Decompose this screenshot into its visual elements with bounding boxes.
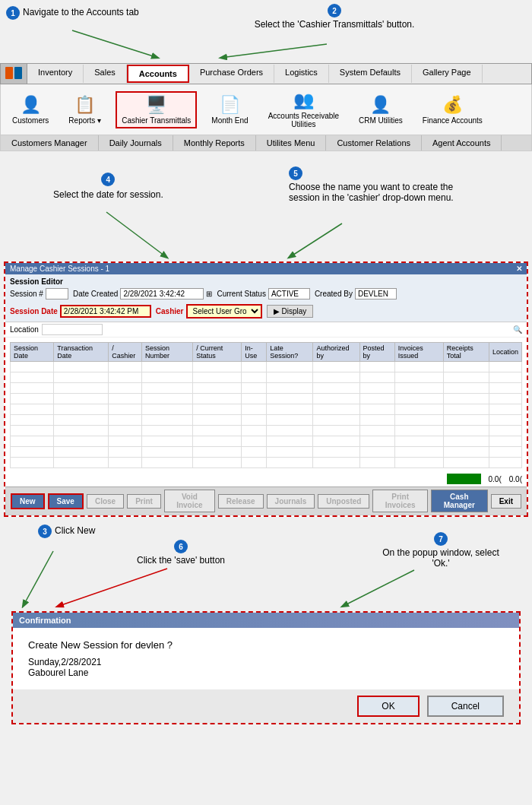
col-invoices-issued[interactable]: Invoices Issued: [394, 343, 443, 362]
session-date-input[interactable]: [60, 305, 151, 318]
toolbar-customers-label: Customers: [12, 116, 49, 125]
cash-manager-button[interactable]: Cash Manager: [431, 490, 488, 512]
toolbar-customers[interactable]: 👤 Customers: [7, 92, 54, 128]
am-pm-indicator: ⊞: [206, 290, 212, 298]
nav-tab-inventory[interactable]: Inventory: [27, 65, 84, 83]
toolbar-month-end-label: Month End: [211, 116, 248, 125]
toolbar-cashier-transmittals[interactable]: 🖥️ Cashier Transmittals: [116, 91, 197, 128]
col-cashier-slash[interactable]: / Cashier: [109, 343, 142, 362]
submenu-daily-journals[interactable]: Daily Journals: [99, 135, 173, 151]
created-by-input[interactable]: [355, 288, 397, 299]
nav-tab-logistics[interactable]: Logistics: [274, 65, 329, 83]
svg-line-0: [72, 30, 158, 58]
session-row: Session # Date Created ⊞ Current Status …: [10, 288, 522, 319]
dialog-cancel-button[interactable]: Cancel: [427, 696, 504, 717]
print-invoices-button[interactable]: Print Invoices: [372, 490, 428, 512]
step-6-circle: 6: [174, 540, 188, 553]
svg-line-6: [23, 551, 53, 607]
table-row: [11, 394, 522, 404]
svg-line-4: [106, 212, 167, 258]
col-transaction-date[interactable]: Transaction Date: [54, 343, 109, 362]
dialog-title: Confirmation: [19, 616, 71, 625]
step-2-label: Select the 'Cashier Transmittals' button…: [251, 19, 418, 30]
nav-tab-gallery-page[interactable]: Gallery Page: [412, 65, 483, 83]
toolbar-finance-accounts[interactable]: 💰 Finance Accounts: [417, 92, 488, 128]
nav-tab-system-defaults[interactable]: System Defaults: [329, 65, 412, 83]
step-3-label: Click New: [55, 525, 95, 536]
submenu-customers-manager[interactable]: Customers Manager: [1, 135, 99, 151]
new-button[interactable]: New: [11, 493, 45, 509]
location-input[interactable]: [42, 324, 103, 335]
footer-toolbar: New Save Close Print Void Invoice Releas…: [5, 486, 527, 515]
col-session-date[interactable]: Session Date: [11, 343, 54, 362]
dialog-wrapper: Confirmation Create New Session for devl…: [11, 611, 521, 724]
green-bar: [447, 474, 481, 484]
session-editor: Session Editor Session # Date Created ⊞ …: [5, 274, 527, 322]
submenu-customer-relations[interactable]: Customer Relations: [326, 135, 422, 151]
search-icon[interactable]: 🔍: [513, 325, 522, 334]
dialog-detail-line1: Sunday,2/28/2021: [28, 657, 504, 667]
status-field: Current Status: [217, 288, 309, 299]
print-button[interactable]: Print: [127, 494, 161, 509]
step-5-label: Choose the name you want to create the s…: [289, 182, 456, 203]
session-num-input[interactable]: [46, 288, 68, 299]
nav-bar: Inventory Sales Accounts Purchase Orders…: [0, 63, 532, 84]
session-date-label: Session Date: [10, 307, 58, 315]
exit-button[interactable]: Exit: [491, 494, 521, 509]
cashier-field: Cashier Select User Group>: [156, 304, 262, 319]
total-value-1: 0.0(: [489, 475, 502, 483]
svg-rect-2: [5, 67, 13, 79]
col-posted-by[interactable]: Posted by: [359, 343, 394, 362]
submenu-monthly-reports[interactable]: Monthly Reports: [173, 135, 256, 151]
toolbar-crm-utilities[interactable]: 👤 CRM Utilities: [353, 92, 408, 128]
col-authorized-by[interactable]: Authorized by: [313, 343, 359, 362]
submenu-agent-accounts[interactable]: Agent Accounts: [422, 135, 502, 151]
dialog-body: Create New Session for devlen ? Sunday,2…: [13, 628, 519, 689]
display-button[interactable]: ▶ Display: [267, 305, 314, 318]
nav-tab-purchase-orders[interactable]: Purchase Orders: [189, 65, 274, 83]
col-in-use[interactable]: In-Use: [242, 343, 267, 362]
panel-title-bar: Manage Cashier Sessions - 1 ✕: [5, 263, 527, 274]
close-button[interactable]: Close: [87, 494, 124, 509]
status-input[interactable]: [268, 288, 310, 299]
unposted-button[interactable]: Unposted: [318, 494, 369, 509]
toolbar-reports[interactable]: 📋 Reports ▾: [63, 92, 106, 128]
dialog-ok-button[interactable]: OK: [357, 696, 419, 717]
toolbar-month-end[interactable]: 📄 Month End: [206, 92, 253, 128]
svg-line-8: [342, 570, 414, 607]
cashier-select[interactable]: Select User Group>: [186, 304, 262, 319]
nav-tab-accounts[interactable]: Accounts: [127, 65, 189, 83]
table-row: [11, 372, 522, 383]
col-receipts-total[interactable]: Receipts Total: [443, 343, 489, 362]
step-4-label: Select the date for session.: [53, 189, 163, 200]
col-location[interactable]: Location: [489, 343, 521, 362]
table-row: [11, 426, 522, 436]
totals-row: 0.0( 0.0(: [5, 471, 527, 486]
col-late-session[interactable]: Late Session?: [267, 343, 313, 362]
dialog-detail-line2: Gabourel Lane: [28, 667, 504, 678]
table-row: [11, 436, 522, 447]
created-by-label: Created By: [315, 290, 353, 298]
void-invoice-button[interactable]: Void Invoice: [164, 490, 215, 512]
svg-line-7: [57, 569, 167, 607]
date-created-input[interactable]: [120, 288, 204, 299]
toolbar-ar-utilities[interactable]: 👥 Accounts ReceivableUtilities: [263, 87, 344, 132]
customers-icon: 👤: [21, 95, 41, 115]
release-button[interactable]: Release: [218, 494, 264, 509]
dialog-message: Create New Session for devlen ?: [28, 639, 504, 651]
session-num-field: Session #: [10, 288, 68, 299]
save-button[interactable]: Save: [48, 493, 84, 509]
reports-icon: 📋: [74, 95, 95, 115]
table-row: [11, 458, 522, 468]
nav-tab-sales[interactable]: Sales: [84, 65, 127, 83]
submenu-utilities-menu[interactable]: Utilites Menu: [256, 135, 327, 151]
col-current-status[interactable]: / Current Status: [193, 343, 242, 362]
svg-line-5: [289, 223, 342, 258]
toolbar: 👤 Customers 📋 Reports ▾ 🖥️ Cashier Trans…: [0, 84, 532, 135]
data-table: Session Date Transaction Date / Cashier …: [10, 342, 522, 468]
col-session-number[interactable]: Session Number: [142, 343, 193, 362]
month-end-icon: 📄: [220, 95, 240, 115]
toolbar-ar-label: Accounts ReceivableUtilities: [268, 112, 339, 128]
panel-close-button[interactable]: ✕: [516, 265, 522, 273]
journals-button[interactable]: Journals: [267, 494, 315, 509]
